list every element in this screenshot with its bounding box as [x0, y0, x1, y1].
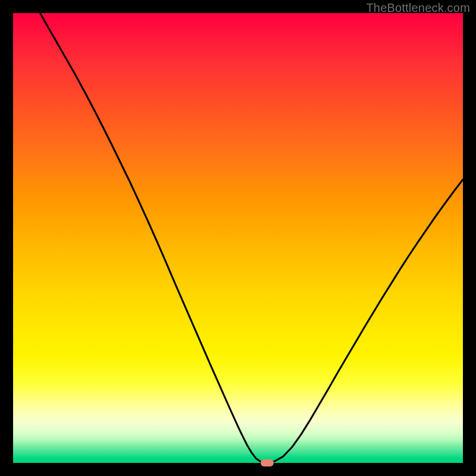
plot-area	[13, 13, 463, 463]
chart-container: TheBottleneck.com	[0, 0, 476, 476]
curve-layer	[13, 13, 463, 463]
min-marker	[261, 459, 274, 466]
